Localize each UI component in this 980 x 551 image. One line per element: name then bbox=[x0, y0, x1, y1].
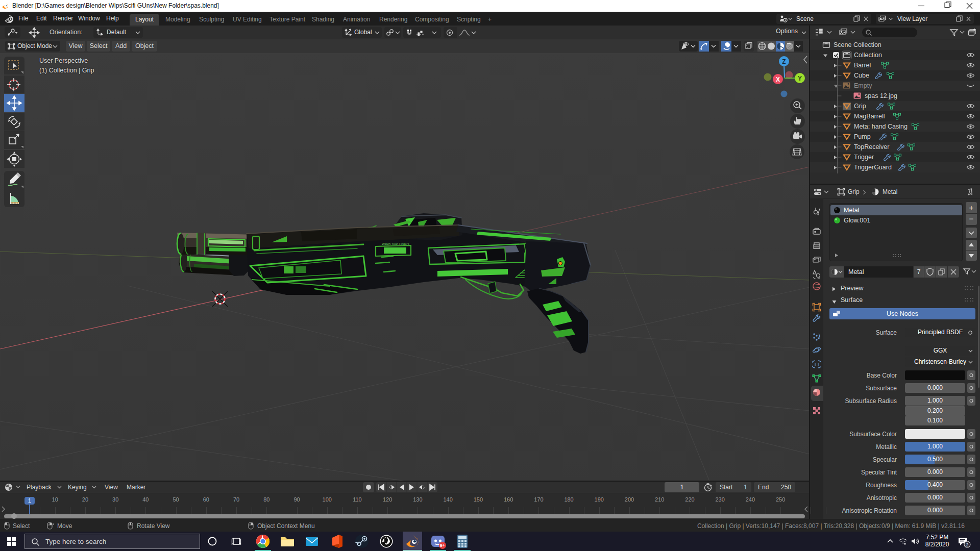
svg-text:9+: 9+ bbox=[440, 543, 445, 548]
svg-text:X: X bbox=[776, 76, 780, 83]
svg-text:Watch Your Fingers: Watch Your Fingers bbox=[382, 242, 409, 245]
svg-text:2: 2 bbox=[966, 542, 968, 547]
svg-text:Z: Z bbox=[782, 58, 786, 65]
svg-text:Y: Y bbox=[798, 75, 802, 82]
